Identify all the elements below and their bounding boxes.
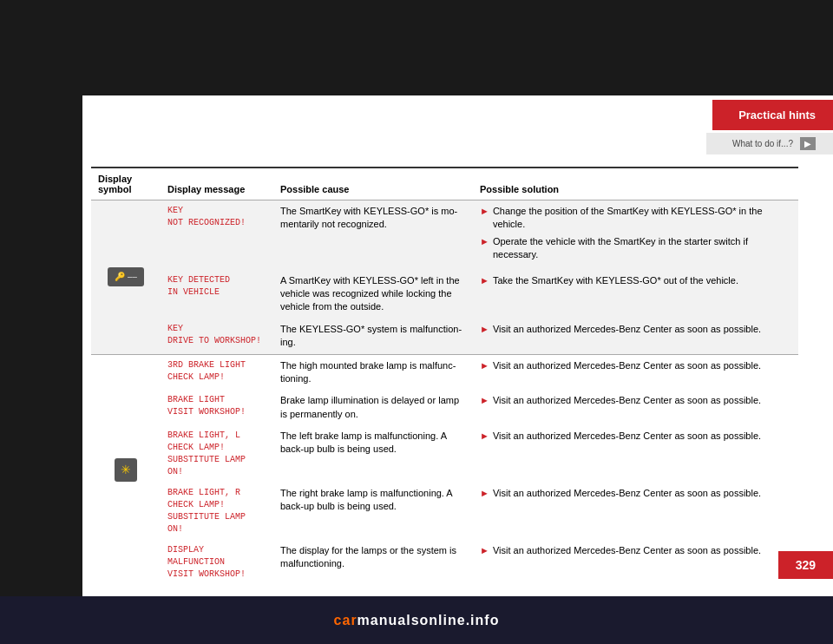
solution-cell: ►Visit an authorized Mercedes-Benz Cen­t… [473, 354, 798, 390]
top-strip [0, 0, 833, 95]
solution-item: ►Visit an authorized Mercedes-Benz Cen­t… [480, 359, 791, 372]
symbol-cell: 🔑 —— [91, 200, 161, 355]
solution-item: ►Visit an authorized Mercedes-Benz Cen­t… [480, 430, 791, 443]
solution-arrow: ► [480, 235, 489, 248]
table-row: BRAKE LIGHT VISIT WORKSHOP!Brake lamp il… [91, 390, 798, 425]
solution-text: Visit an authorized Mercedes-Benz Cen­te… [493, 544, 761, 557]
solution-cell: ►Take the SmartKey with KEYLESS-GO* out … [473, 270, 798, 319]
practical-hints-label: Practical hints [738, 108, 816, 122]
brake-light-icon: ✳ [115, 458, 137, 483]
solution-arrow: ► [480, 487, 489, 500]
footer-logo: carmanualsonline.info [334, 613, 500, 628]
solution-arrow: ► [480, 274, 489, 287]
solution-text: Visit an authorized Mercedes-Benz Cen­te… [493, 359, 761, 372]
solution-arrow: ► [480, 394, 489, 407]
table-row: KEY DETECTED IN VEHICLEA SmartKey with K… [91, 270, 798, 319]
solution-text: Take the SmartKey with KEYLESS-GO* out o… [493, 274, 738, 287]
main-table-container: Display symbol Display message Possible … [91, 167, 798, 540]
cause-cell: The high mounted brake lamp is malfunc­t… [273, 354, 473, 390]
practical-hints-tab: Practical hints [712, 100, 833, 130]
solution-text: Visit an authorized Mercedes-Benz Cen­te… [493, 487, 761, 500]
table-row: KEY DRIVE TO WORKSHOP!The KEYLESS-GO* sy… [91, 319, 798, 354]
solution-arrow: ► [480, 430, 489, 443]
cause-cell: The display for the lamps or the system … [273, 540, 473, 585]
symbol-cell: ✳ [91, 354, 161, 585]
cause-cell: A SmartKey with KEYLESS-GO* left in the … [273, 270, 473, 319]
solution-cell: ►Visit an authorized Mercedes-Benz Cen­t… [473, 540, 798, 585]
what-to-do-bar: What to do if...? ▶ [706, 133, 833, 154]
solution-cell: ►Visit an authorized Mercedes-Benz Cen­t… [473, 319, 798, 354]
solution-text: Visit an authorized Mercedes-Benz Cen­te… [493, 430, 761, 443]
solution-arrow: ► [480, 544, 489, 557]
solution-text: Visit an authorized Mercedes-Benz Cen­te… [493, 323, 761, 336]
col-header-message: Display message [161, 168, 273, 200]
table-row: DISPLAY MALFUNCTION VISIT WORKSHOP!The d… [91, 540, 798, 585]
solution-text: Change the position of the SmartKey with… [493, 205, 791, 232]
cause-cell: The left brake lamp is malfunctioning. A… [273, 425, 473, 483]
solution-item: ►Visit an authorized Mercedes-Benz Cen­t… [480, 323, 791, 336]
solution-cell: ►Visit an authorized Mercedes-Benz Cen­t… [473, 483, 798, 540]
data-table: Display symbol Display message Possible … [91, 167, 798, 585]
cause-cell: Brake lamp illumination is delayed or la… [273, 390, 473, 425]
message-cell: BRAKE LIGHT VISIT WORKSHOP! [161, 390, 273, 425]
solution-arrow: ► [480, 205, 489, 218]
solution-cell: ►Visit an authorized Mercedes-Benz Cen­t… [473, 390, 798, 425]
table-row: BRAKE LIGHT, L CHECK LAMP! SUBSTITUTE LA… [91, 425, 798, 483]
message-cell: KEY DRIVE TO WORKSHOP! [161, 319, 273, 354]
table-row: BRAKE LIGHT, R CHECK LAMP! SUBSTITUTE LA… [91, 483, 798, 540]
solution-item: ►Change the position of the SmartKey wit… [480, 205, 791, 232]
table-row: 🔑 —— KEY NOT RECOGNIZED!The SmartKey wit… [91, 200, 798, 270]
footer-bar: carmanualsonline.info [0, 596, 833, 644]
page-number: 329 [778, 551, 833, 579]
solution-item: ►Take the SmartKey with KEYLESS-GO* out … [480, 274, 791, 287]
message-cell: DISPLAY MALFUNCTION VISIT WORKSHOP! [161, 540, 273, 585]
solution-item: ►Visit an authorized Mercedes-Benz Cen­t… [480, 394, 791, 407]
cause-cell: The SmartKey with KEYLESS-GO* is mo­ment… [273, 200, 473, 270]
solution-text: Operate the vehicle with the SmartKey in… [493, 235, 791, 262]
solution-text: Visit an authorized Mercedes-Benz Cen­te… [493, 394, 761, 407]
left-strip [0, 0, 82, 596]
solution-item: ►Operate the vehicle with the SmartKey i… [480, 235, 791, 262]
what-to-do-page: ▶ [800, 137, 816, 150]
cause-cell: The KEYLESS-GO* system is malfunction­in… [273, 319, 473, 354]
solution-cell: ►Change the position of the SmartKey wit… [473, 200, 798, 270]
message-cell: 3RD BRAKE LIGHT CHECK LAMP! [161, 354, 273, 390]
solution-item: ►Visit an authorized Mercedes-Benz Cen­t… [480, 544, 791, 557]
table-row: ✳ 3RD BRAKE LIGHT CHECK LAMP!The high mo… [91, 354, 798, 390]
solution-item: ►Visit an authorized Mercedes-Benz Cen­t… [480, 487, 791, 500]
solution-arrow: ► [480, 359, 489, 372]
message-cell: BRAKE LIGHT, R CHECK LAMP! SUBSTITUTE LA… [161, 483, 273, 540]
col-header-symbol: Display symbol [91, 168, 161, 200]
message-cell: KEY NOT RECOGNIZED! [161, 200, 273, 270]
col-header-cause: Possible cause [273, 168, 473, 200]
table-header-row: Display symbol Display message Possible … [91, 168, 798, 200]
solution-arrow: ► [480, 323, 489, 336]
cause-cell: The right brake lamp is malfunctioning. … [273, 483, 473, 540]
message-cell: KEY DETECTED IN VEHICLE [161, 270, 273, 319]
solution-cell: ►Visit an authorized Mercedes-Benz Cen­t… [473, 425, 798, 483]
message-cell: BRAKE LIGHT, L CHECK LAMP! SUBSTITUTE LA… [161, 425, 273, 483]
col-header-solution: Possible solution [473, 168, 798, 200]
key-icon: 🔑 —— [108, 267, 144, 286]
what-to-do-label: What to do if...? [732, 139, 793, 148]
